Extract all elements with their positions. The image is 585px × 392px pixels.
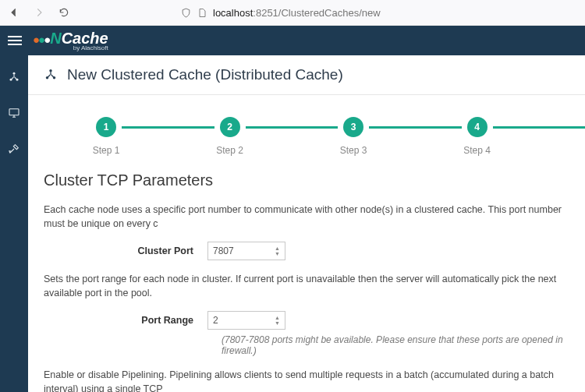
browser-toolbar: localhost:8251/ClusteredCaches/new	[0, 0, 585, 26]
url-bar[interactable]: localhost:8251/ClusteredCaches/new	[173, 2, 580, 23]
step-2-label: Step 2	[216, 145, 243, 156]
cluster-port-desc: Each cache node uses a specific port num…	[44, 203, 569, 231]
url-text: localhost:8251/ClusteredCaches/new	[213, 7, 381, 19]
step-4[interactable]: 4	[467, 117, 488, 137]
step-1[interactable]: 1	[96, 117, 116, 137]
cluster-port-input[interactable]	[207, 242, 285, 260]
forward-button[interactable]	[30, 3, 48, 22]
main-content: New Clustered Cache (Distributed Cache) …	[28, 55, 585, 392]
wizard-connector	[369, 126, 462, 129]
port-range-label: Port Range	[44, 315, 207, 326]
step-1-label: Step 1	[93, 145, 120, 156]
logo-icon: ●●●	[33, 33, 49, 46]
reload-button[interactable]	[55, 3, 73, 22]
sidebar-item-cluster[interactable]	[0, 66, 28, 88]
step-4-label: Step 4	[463, 145, 491, 156]
page-header: New Clustered Cache (Distributed Cache)	[28, 55, 585, 95]
shield-icon	[181, 8, 191, 18]
port-range-desc: Sets the port range for each node in clu…	[44, 273, 569, 300]
svg-rect-3	[9, 109, 19, 115]
port-range-input[interactable]	[207, 311, 285, 330]
step-3[interactable]: 3	[343, 117, 363, 137]
back-button[interactable]	[5, 3, 23, 22]
wizard-connector	[246, 126, 339, 129]
sidebar-item-monitor[interactable]	[0, 102, 28, 124]
sidebar	[0, 55, 28, 392]
wizard-connector	[122, 126, 214, 129]
app-header: ●●● NCache by Alachisoft	[0, 26, 585, 55]
cluster-port-label: Cluster Port	[44, 245, 207, 256]
section-title: Cluster TCP Parameters	[44, 171, 569, 189]
menu-toggle-button[interactable]	[8, 36, 22, 45]
wizard-connector	[493, 126, 586, 129]
step-2[interactable]: 2	[220, 117, 240, 137]
wizard-steps: 1 Step 1 2 Step 2 3 Step 3 4 Step 4	[28, 95, 585, 161]
pipelining-desc: Enable or disable Pipelining. Pipelining…	[44, 369, 569, 392]
port-range-hint: (7807-7808 ports might be available. Ple…	[222, 334, 569, 356]
svg-point-4	[49, 69, 51, 72]
cluster-icon	[44, 68, 58, 82]
brand-logo: ●●● NCache by Alachisoft	[33, 30, 108, 51]
svg-point-0	[13, 72, 16, 75]
sidebar-item-tools[interactable]	[0, 138, 28, 160]
page-title: New Clustered Cache (Distributed Cache)	[67, 66, 343, 83]
step-3-label: Step 3	[340, 145, 367, 156]
page-icon	[197, 8, 207, 18]
